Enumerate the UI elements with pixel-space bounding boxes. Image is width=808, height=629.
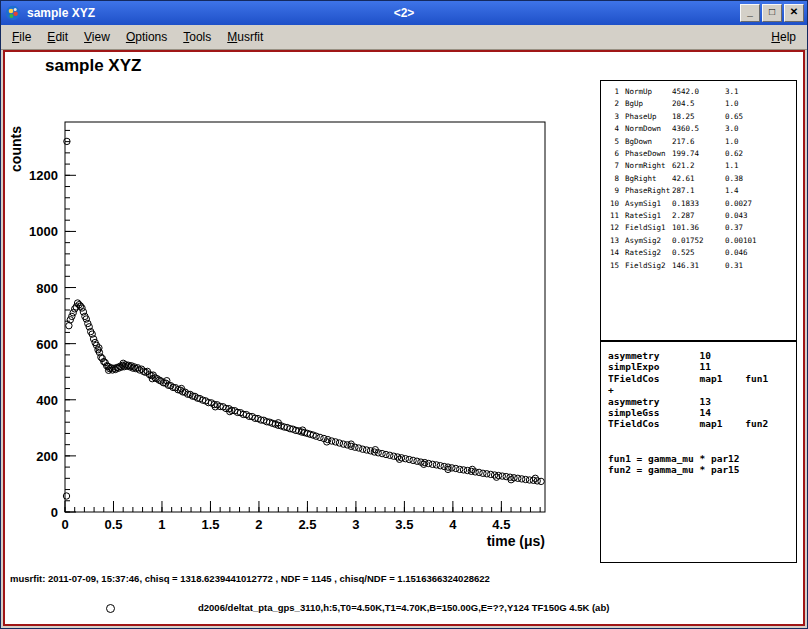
y-tick-label: 600	[36, 337, 58, 352]
y-tick-label: 200	[36, 449, 58, 464]
menu-item-options[interactable]: Options	[118, 27, 175, 47]
parameter-row: 4NormDown4360.53.0	[607, 123, 796, 135]
app-icon	[4, 4, 22, 22]
menu-item-file[interactable]: File	[4, 27, 39, 47]
minimize-button[interactable]: _	[740, 4, 760, 22]
parameter-row: 12FieldSig1101.360.37	[607, 222, 796, 234]
y-tick-label: 1000	[29, 224, 58, 239]
titlebar[interactable]: sample XYZ <2> _ □ ✕	[1, 1, 807, 25]
application-window: sample XYZ <2> _ □ ✕ FileEditViewOptions…	[0, 0, 808, 629]
theory-line: simpleGss 14	[608, 407, 796, 418]
theory-line	[608, 441, 796, 452]
parameter-row: 10AsymSig10.18330.0027	[607, 198, 796, 210]
menu-item-view[interactable]: View	[76, 27, 118, 47]
theory-line: asymmetry 13	[608, 396, 796, 407]
titlebar-buttons: _ □ ✕	[740, 4, 804, 22]
x-tick-label: 2	[255, 517, 262, 532]
close-button[interactable]: ✕	[784, 4, 804, 22]
parameter-rows: 1NormUp4542.03.12BgUp204.51.03PhaseUp18.…	[607, 86, 796, 272]
window-title: sample XYZ	[27, 6, 95, 20]
parameter-row: 3PhaseUp18.250.65	[607, 111, 796, 123]
x-tick-label: 1.5	[201, 517, 219, 532]
theory-line: TFieldCos map1 fun2	[608, 418, 796, 429]
menu-item-edit[interactable]: Edit	[39, 27, 76, 47]
parameter-row: 13AsymSig20.017520.00101	[607, 235, 796, 247]
theory-line: simplExpo 11	[608, 361, 796, 372]
parameter-row: 14RateSig20.5250.046	[607, 247, 796, 259]
parameter-row: 1NormUp4542.03.1	[607, 86, 796, 98]
x-tick-label: 4	[449, 517, 457, 532]
window-center-title: <2>	[394, 6, 415, 20]
x-tick-label: 3	[352, 517, 359, 532]
y-tick-label: 0	[51, 505, 58, 520]
x-tick-label: 3.5	[395, 517, 413, 532]
y-tick-label: 1200	[29, 168, 58, 183]
legend-text: d2006/deltat_pta_gps_3110,h:5,T0=4.50K,T…	[198, 602, 609, 613]
x-axis-title: time (μs)	[487, 533, 545, 549]
theory-line: fun2 = gamma_mu * par15	[608, 464, 796, 475]
parameter-row: 8BgRight42.610.38	[607, 173, 796, 185]
legend-marker-icon	[106, 604, 115, 613]
root-canvas[interactable]: sample XYZ 00.511.522.533.544.5020040060…	[3, 50, 805, 626]
theory-line: TFieldCos map1 fun1	[608, 373, 796, 384]
y-tick-label: 400	[36, 393, 58, 408]
parameter-row: 7NormRight621.21.1	[607, 160, 796, 172]
data-points	[63, 138, 544, 499]
status-text: musrfit: 2011-07-09, 15:37:46, chisq = 1…	[10, 573, 490, 584]
minor-ticks	[65, 130, 540, 512]
parameter-box: 1NormUp4542.03.12BgUp204.51.03PhaseUp18.…	[600, 80, 797, 341]
theory-line: asymmetry 10	[608, 350, 796, 361]
theory-box: asymmetry 10simplExpo 11TFieldCos map1 f…	[600, 341, 797, 563]
theory-line	[608, 430, 796, 441]
x-tick-label: 0	[61, 517, 68, 532]
parameter-row: 6PhaseDown199.740.62	[607, 148, 796, 160]
parameter-row: 15FieldSig2146.310.31	[607, 260, 796, 272]
parameter-row: 11RateSig12.2870.043	[607, 210, 796, 222]
parameter-row: 9PhaseRight287.11.4	[607, 185, 796, 197]
menu-item-help[interactable]: Help	[763, 27, 804, 47]
menubar: FileEditViewOptionsToolsMusrfit Help	[1, 25, 807, 50]
theory-lines: asymmetry 10simplExpo 11TFieldCos map1 f…	[608, 350, 796, 475]
parameter-row: 2BgUp204.51.0	[607, 98, 796, 110]
plot-area[interactable]: 00.511.522.533.544.502004006008001000120…	[5, 52, 605, 567]
plot-frame	[65, 122, 545, 512]
y-axis-title: counts	[8, 126, 24, 172]
parameter-row: 5BgDown217.61.0	[607, 136, 796, 148]
theory-line: +	[608, 384, 796, 395]
menu-item-musrfit[interactable]: Musrfit	[219, 27, 271, 47]
x-tick-label: 0.5	[104, 517, 122, 532]
x-tick-label: 4.5	[492, 517, 510, 532]
menu-item-tools[interactable]: Tools	[175, 27, 219, 47]
canvas-wrap: sample XYZ 00.511.522.533.544.5020040060…	[1, 50, 807, 628]
x-tick-label: 2.5	[298, 517, 316, 532]
x-tick-label: 1	[158, 517, 165, 532]
menubar-left: FileEditViewOptionsToolsMusrfit	[4, 27, 271, 47]
maximize-button[interactable]: □	[762, 4, 782, 22]
y-tick-label: 800	[36, 281, 58, 296]
theory-line: fun1 = gamma_mu * par12	[608, 453, 796, 464]
